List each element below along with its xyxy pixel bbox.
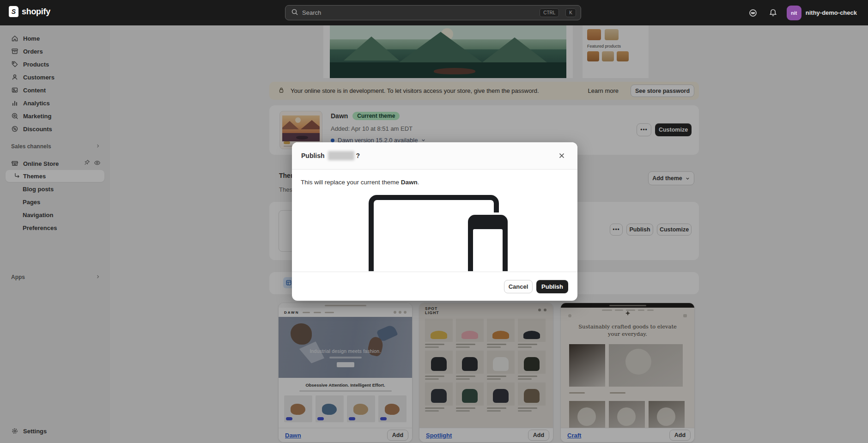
spotlight-add-button[interactable]: Add (528, 430, 549, 441)
chevron-right-icon (95, 143, 101, 150)
search-input[interactable]: Search CTRL K (285, 5, 581, 20)
chevron-right-icon (95, 274, 101, 281)
corner-arrow-icon (13, 172, 20, 181)
search-placeholder: Search (302, 9, 533, 16)
avatar: nit (787, 6, 801, 20)
home-icon (11, 35, 18, 42)
shopify-wordmark: shopify (22, 7, 50, 17)
spotlight-product-tile (456, 319, 484, 348)
content-icon (11, 86, 18, 94)
dawn-card-link[interactable]: Dawn (285, 432, 301, 439)
lock-icon (278, 86, 285, 96)
craft-photo (609, 344, 683, 387)
theme-added-date: Added: Apr 10 at 8:51 am EDT (331, 125, 413, 132)
dawn-section-headline: Obsessive Attention. Intelligent Effort. (279, 382, 412, 388)
spotlight-product-tile (518, 351, 546, 380)
sidebar-item-online-store[interactable]: Online Store (6, 157, 104, 170)
dev-store-banner: Your online store is in development. To … (269, 82, 699, 100)
featured-products-label: Featured products (587, 44, 644, 49)
sidebar-item-preferences[interactable]: Preferences (6, 222, 104, 234)
phone-illustration (468, 215, 508, 271)
products-icon (11, 61, 18, 68)
theme-actions-menu-button[interactable]: ••• (637, 123, 651, 136)
theme-card-spotlight: SPOTLIGHT Spotlight Add (419, 303, 553, 443)
dawn-product-tile (378, 395, 407, 422)
learn-more-link[interactable]: Learn more (588, 87, 619, 94)
top-bar: S shopify Search CTRL K nit nithy-demo-c… (0, 0, 868, 25)
theme-card-craft: Sustainably crafted goods to elevate you… (560, 303, 695, 443)
dawn-hero-image: Industrial design meets fashion. (279, 317, 412, 378)
publish-button[interactable]: Publish (536, 280, 568, 293)
sidebar: HomeOrdersProductsCustomersContentAnalyt… (0, 25, 110, 443)
discounts-icon (11, 125, 18, 133)
spotlight-product-tile (518, 382, 546, 412)
theme-card-dawn: DAWN Industrial design meets fashion. Ob… (278, 303, 413, 443)
redacted-theme-name (328, 151, 354, 160)
dev-banner-text: Your online store is in development. To … (291, 87, 583, 94)
library-publish-button[interactable]: Publish (626, 224, 653, 236)
sales-channels-header[interactable]: Sales channels (6, 142, 104, 151)
dawn-product-tile (316, 395, 344, 422)
sidebar-item-discounts[interactable]: Discounts (6, 122, 104, 135)
sidekick-icon[interactable] (746, 6, 760, 20)
spotlight-product-tile (456, 351, 484, 380)
sidebar-item-products[interactable]: Products (6, 58, 104, 71)
sidebar-item-pages[interactable]: Pages (6, 196, 104, 208)
dawn-product-tile (284, 395, 312, 422)
dawn-store-logo: DAWN (284, 310, 299, 315)
sidebar-item-themes[interactable]: Themes (6, 170, 104, 182)
dawn-product-tile (347, 395, 375, 422)
sidebar-item-customers[interactable]: Customers (6, 71, 104, 84)
sidebar-item-marketing[interactable]: Marketing (6, 109, 104, 122)
sidebar-item-settings[interactable]: Settings (6, 425, 104, 437)
hero-landscape-illustration (330, 25, 566, 78)
craft-headline: Sustainably crafted goods to elevate you… (561, 323, 694, 338)
sidebar-item-content[interactable]: Content (6, 84, 104, 97)
sidebar-item-analytics[interactable]: Analytics (6, 97, 104, 109)
modal-body-text: This will replace your current theme Daw… (301, 179, 419, 186)
sidebar-item-home[interactable]: Home (6, 32, 104, 45)
spotlight-card-link[interactable]: Spotlight (426, 432, 452, 439)
customers-icon (11, 73, 18, 81)
search-icon (291, 8, 298, 18)
pin-icon[interactable] (84, 159, 90, 168)
spotlight-product-tile (487, 319, 515, 348)
current-theme-name: Dawn (331, 112, 348, 120)
shortcut-key-ctrl: CTRL (540, 8, 559, 17)
dawn-add-button[interactable]: Add (387, 430, 408, 441)
eye-icon[interactable] (94, 159, 101, 168)
craft-card-link[interactable]: Craft (567, 432, 581, 439)
spotlight-product-tile (425, 351, 453, 380)
add-theme-button[interactable]: Add theme (648, 171, 694, 185)
shopify-logo: S shopify (9, 6, 50, 17)
sidebar-item-navigation[interactable]: Navigation (6, 209, 104, 221)
craft-photo (609, 401, 645, 429)
spotlight-product-tile (425, 382, 453, 412)
cancel-button[interactable]: Cancel (504, 280, 533, 293)
spotlight-product-tile (425, 319, 453, 348)
current-theme-badge: Current theme (352, 112, 400, 120)
chevron-down-icon (685, 176, 690, 181)
storefront-icon (11, 159, 18, 168)
sidebar-item-blog-posts[interactable]: Blog posts (6, 183, 104, 195)
close-icon[interactable] (555, 149, 568, 162)
spotlight-card-preview: SPOTLIGHT (419, 303, 553, 429)
marketing-icon (11, 112, 18, 120)
orders-icon (11, 48, 18, 55)
dawn-hero-headline: Industrial design meets fashion. (279, 348, 412, 354)
customize-button[interactable]: Customize (655, 123, 692, 136)
library-row-menu-button[interactable]: ••• (610, 224, 623, 236)
sidebar-item-apps[interactable]: Apps (6, 273, 104, 282)
spotlight-product-tile (456, 382, 484, 412)
spotlight-product-tile (518, 319, 546, 348)
sidebar-item-orders[interactable]: Orders (6, 45, 104, 58)
craft-photo (569, 401, 605, 429)
notifications-bell-icon[interactable] (766, 6, 780, 20)
store-name: nithy-demo-check (806, 9, 857, 16)
account-menu[interactable]: nit nithy-demo-check (787, 6, 857, 20)
craft-add-button[interactable]: Add (669, 430, 691, 441)
see-store-password-button[interactable]: See store password (631, 85, 694, 97)
modal-title: Publish ? (301, 151, 360, 160)
library-customize-button[interactable]: Customize (657, 224, 692, 236)
analytics-icon (11, 99, 18, 107)
